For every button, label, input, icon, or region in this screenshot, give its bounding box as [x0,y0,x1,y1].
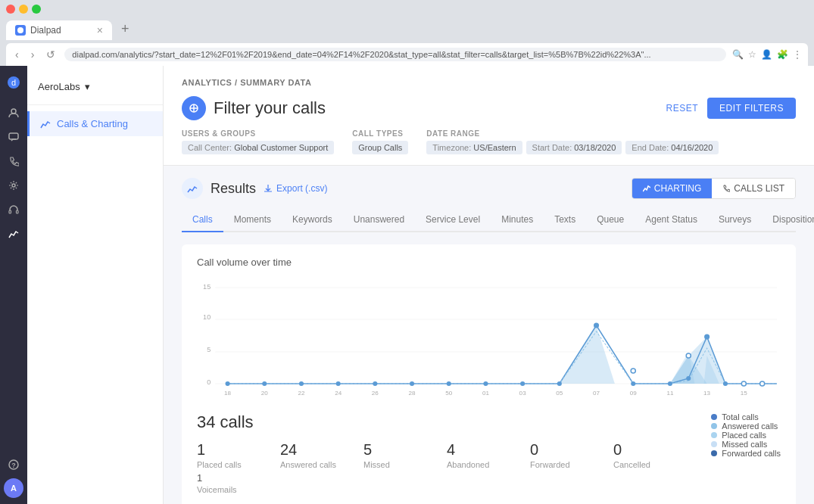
svg-text:13: 13 [703,390,711,397]
bookmark-icon[interactable]: ☆ [748,49,756,60]
svg-point-0 [17,27,23,33]
main-content: ANALYTICS / SUMMARY DATA Filter your cal… [164,66,814,504]
stat-abandoned-label: Abandoned [447,460,515,469]
legend-label-placed: Placed calls [722,431,766,440]
stat-answered-value: 24 [280,441,348,459]
legend-item-total: Total calls [711,412,781,422]
search-icon[interactable]: 🔍 [732,49,744,60]
edit-filters-button[interactable]: EDIT FILTERS [707,98,796,119]
stat-cancelled-value: 0 [613,441,681,459]
new-tab-button[interactable]: + [114,18,137,40]
stat-abandoned-value: 4 [447,441,515,459]
tab-close-button[interactable]: × [97,25,103,36]
filter-group-users: USERS & GROUPS Call Center: Global Custo… [182,129,334,154]
svg-point-47 [520,381,525,386]
legend: Total calls Answered calls Placed calls [711,412,781,458]
extension-icon[interactable]: 🧩 [777,49,788,60]
svg-point-55 [723,381,728,386]
nav-calls-charting-label: Calls & Charting [57,118,128,129]
svg-point-3 [11,109,16,114]
filter-group-users-label: USERS & GROUPS [182,129,334,138]
filter-section: ANALYTICS / SUMMARY DATA Filter your cal… [164,66,814,166]
profile-icon[interactable]: 👤 [761,49,772,60]
svg-text:5: 5 [207,346,211,353]
reset-button[interactable]: RESET [666,103,699,114]
rail-messages-icon[interactable] [3,126,24,148]
voicemail-label: Voicemails [197,485,265,494]
results-icon [182,178,203,199]
export-button[interactable]: Export (.csv) [264,183,327,194]
tab-unanswered[interactable]: Unanswered [343,208,415,232]
tab-texts[interactable]: Texts [544,208,586,232]
stat-missed-label: Missed [363,460,432,469]
tab-service-level[interactable]: Service Level [415,208,491,232]
svg-point-42 [336,381,341,386]
tab-agent-status[interactable]: Agent Status [635,208,708,232]
rail-help-icon[interactable]: ? [3,454,24,475]
legend-label-forwarded: Forwarded calls [722,449,781,458]
svg-point-51 [631,369,635,373]
calls-list-toggle-button[interactable]: CALLS LIST [712,179,795,198]
back-button[interactable]: ‹ [12,47,22,62]
filter-tag-start-date: Start Date: 03/18/2020 [526,141,622,154]
minimize-window-button[interactable] [19,5,28,14]
phone-icon [722,185,730,192]
stat-cancelled-label: Cancelled [613,460,681,469]
tab-minutes[interactable]: Minutes [491,208,544,232]
rail-calls-icon[interactable] [3,151,24,172]
calls-charting-icon [40,119,51,129]
results-title: Results [211,181,256,197]
filter-tag-timezone: Timezone: US/Eastern [426,141,522,154]
svg-text:18: 18 [224,390,232,397]
results-bottom: 34 calls 1 Placed calls 1 Voicemails [197,412,781,504]
total-calls: 34 calls [197,412,711,432]
browser-tab[interactable]: Dialpad × [6,20,112,40]
filter-group-call-types-label: CALL TYPES [352,129,408,138]
filter-icon [182,96,206,120]
svg-point-50 [631,381,635,386]
tab-surveys[interactable]: Surveys [708,208,762,232]
svg-text:09: 09 [630,390,638,397]
svg-text:15: 15 [203,283,211,291]
rail-headset-icon[interactable] [3,199,24,220]
svg-point-5 [12,184,15,187]
address-bar[interactable]: dialpad.com/analytics/?start_date=12%2F0… [64,48,726,61]
chart-title: Call volume over time [197,257,781,268]
tab-dispositions[interactable]: Dispositions [762,208,814,232]
stat-answered-label: Answered calls [280,460,348,469]
tab-calls[interactable]: Calls [182,208,223,232]
rail-settings-icon[interactable] [3,175,24,196]
rail-contacts-icon[interactable] [3,102,24,123]
charting-toggle-button[interactable]: CHARTING [632,179,712,198]
close-window-button[interactable] [6,5,15,14]
svg-rect-6 [9,210,11,213]
tab-queue[interactable]: Queue [586,208,635,232]
stat-cancelled-calls: 0 Cancelled [613,441,681,494]
stat-missed-calls: 5 Missed [363,441,432,494]
menu-icon[interactable]: ⋮ [793,49,802,60]
user-avatar[interactable]: A [4,478,23,498]
svg-point-52 [668,381,672,386]
svg-point-45 [447,381,451,386]
reload-button[interactable]: ↺ [43,47,58,62]
voicemail-value: 1 [197,472,202,484]
download-icon [264,184,273,193]
filter-title: Filter your calls [214,98,326,118]
svg-point-41 [299,381,304,386]
tab-keywords[interactable]: Keywords [282,208,343,232]
svg-text:24: 24 [335,390,342,397]
filter-group-date-range: DATE RANGE Timezone: US/Eastern Start Da… [426,129,719,154]
rail-analytics-icon[interactable] [3,223,24,244]
forward-button[interactable]: › [28,47,38,62]
legend-dot-total [711,414,717,420]
nav-item-calls-charting[interactable]: Calls & Charting [27,111,163,136]
svg-point-49 [594,323,599,328]
tab-moments[interactable]: Moments [223,208,282,232]
svg-text:d: d [11,78,16,87]
org-selector[interactable]: AeroLabs ▾ [27,75,163,105]
legend-item-answered: Answered calls [711,422,781,431]
maximize-window-button[interactable] [32,5,41,14]
chart-svg: 15 10 5 0 18 20 22 24 26 [197,280,781,412]
stat-placed-calls: 1 Placed calls 1 Voicemails [197,441,265,494]
legend-dot-placed [711,432,717,438]
